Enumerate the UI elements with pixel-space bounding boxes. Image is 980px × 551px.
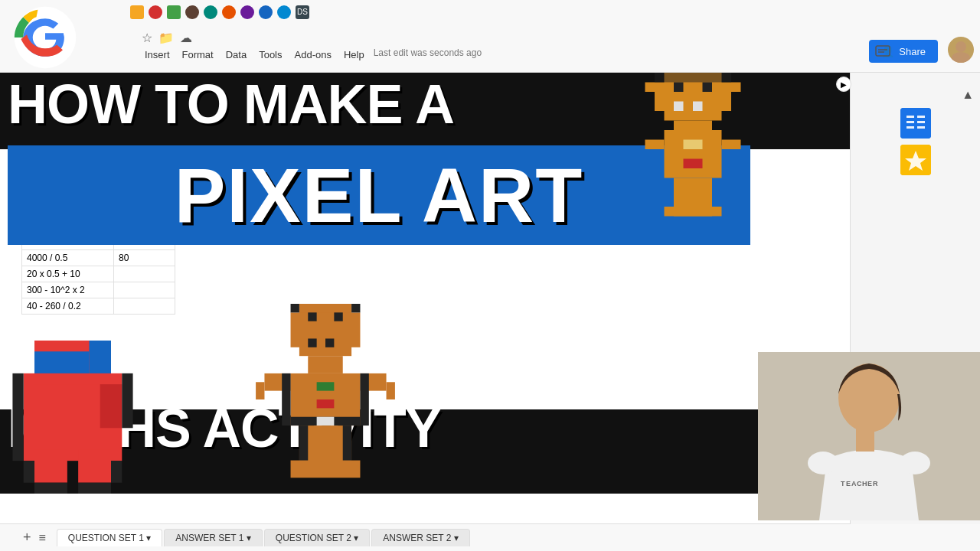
sheets-icon-svg: [900, 108, 931, 139]
svg-rect-58: [655, 73, 731, 83]
thumbnail-overlay: HOW TO MAKE A PIXEL ART MATHS ACTIVITY: [0, 73, 850, 524]
menu-addons[interactable]: Add-ons: [292, 47, 335, 62]
svg-rect-69: [111, 461, 122, 483]
ext-icon-6: [222, 5, 236, 19]
svg-rect-71: [78, 483, 111, 494]
webcam-overlay: T E A C H E R: [758, 352, 980, 520]
google-logo: [11, 4, 103, 65]
svg-rect-43: [703, 83, 713, 93]
svg-rect-18: [308, 312, 316, 321]
svg-text:T: T: [841, 480, 845, 487]
svg-rect-16: [291, 304, 299, 312]
cloud-icon[interactable]: ☁: [180, 31, 192, 45]
svg-point-0: [956, 41, 966, 52]
sheet-menu-button[interactable]: ≡: [39, 531, 46, 545]
svg-rect-22: [308, 356, 342, 373]
title-line2: PIXEL ART: [175, 152, 584, 240]
sheet-tab-question-set-2[interactable]: QUESTION SET 2 ▾: [264, 529, 370, 546]
svg-rect-24: [317, 382, 335, 390]
ext-icon-7: [240, 5, 254, 19]
svg-rect-21: [325, 338, 334, 347]
extension-icons: DS: [130, 0, 309, 21]
ext-icon-9: [277, 5, 291, 19]
svg-rect-34: [291, 461, 325, 478]
svg-rect-57: [693, 207, 722, 217]
sheet-tab-answer-set-2[interactable]: ANSWER SET 2 ▾: [371, 529, 469, 546]
svg-rect-37: [360, 373, 368, 425]
svg-rect-56: [665, 207, 694, 217]
svg-rect-44: [674, 102, 684, 112]
blue-banner: PIXEL ART: [8, 145, 750, 245]
menu-format[interactable]: Format: [179, 47, 217, 62]
svg-text:H: H: [862, 480, 867, 487]
ext-icon-5: [204, 5, 217, 19]
menu-bar: Insert Format Data Tools Add-ons Help La…: [142, 47, 482, 62]
svg-rect-25: [317, 399, 335, 408]
sheets-icon[interactable]: [900, 108, 931, 139]
ext-icon-2: [149, 5, 162, 19]
svg-rect-38: [299, 425, 308, 460]
sheet-tab-question-set-1[interactable]: QUESTION SET 1 ▾: [57, 529, 162, 546]
menu-tools[interactable]: Tools: [256, 47, 285, 62]
keep-icon[interactable]: [900, 145, 931, 175]
svg-rect-35: [325, 461, 360, 478]
browser-bar: DS ☆ 📁 ☁ Insert Format Data Tools Add-on…: [0, 0, 980, 73]
svg-text:E: E: [846, 480, 851, 487]
svg-rect-42: [674, 83, 684, 93]
last-edit-label: Last edit was seconds ago: [374, 47, 482, 62]
add-sheet-button[interactable]: +: [23, 530, 31, 546]
gingerbread-center: [230, 304, 421, 495]
presenter-svg: T E A C H E R: [758, 352, 980, 520]
menu-data[interactable]: Data: [223, 47, 250, 62]
title-line1: HOW TO MAKE A: [8, 77, 454, 132]
presenter-video: T E A C H E R: [758, 352, 980, 520]
svg-text:A: A: [851, 480, 857, 487]
svg-text:C: C: [857, 480, 862, 487]
svg-rect-64: [34, 450, 67, 483]
svg-rect-29: [256, 382, 264, 399]
collapse-panel-button[interactable]: ▶: [836, 77, 851, 92]
svg-rect-45: [693, 102, 703, 112]
gingerbread-right: [643, 73, 743, 226]
keep-icon-svg: [900, 145, 931, 175]
svg-rect-47: [731, 83, 741, 93]
svg-point-75: [900, 452, 930, 474]
comment-icon: [874, 44, 891, 61]
svg-rect-9: [917, 121, 925, 123]
svg-rect-66: [12, 373, 23, 461]
ext-icon-ds: DS: [296, 5, 309, 19]
menu-insert[interactable]: Insert: [142, 47, 173, 62]
svg-rect-36: [282, 373, 290, 425]
comment-button[interactable]: [870, 40, 896, 66]
svg-rect-46: [645, 83, 655, 93]
svg-rect-48: [674, 121, 712, 131]
svg-rect-61: [34, 351, 89, 373]
folder-icon[interactable]: 📁: [158, 31, 174, 45]
ext-icon-8: [259, 5, 273, 19]
svg-rect-50: [684, 140, 703, 150]
svg-rect-11: [917, 126, 925, 129]
svg-rect-20: [308, 338, 316, 347]
svg-rect-63: [100, 384, 122, 428]
svg-rect-49: [665, 130, 722, 178]
google-g-logo: [11, 4, 79, 71]
svg-rect-5: [900, 108, 931, 139]
svg-text:R: R: [873, 480, 878, 487]
sheet-tab-answer-set-1[interactable]: ANSWER SET 1 ▾: [164, 529, 262, 546]
ext-icon-3: [167, 5, 181, 19]
svg-rect-17: [351, 304, 360, 312]
sheet-tabs: + ≡ QUESTION SET 1 ▾ ANSWER SET 1 ▾ QUES…: [0, 523, 980, 551]
gingerbread-right-svg: [643, 73, 743, 226]
svg-text:E: E: [867, 480, 872, 487]
menu-help[interactable]: Help: [341, 47, 368, 62]
star-icon[interactable]: ☆: [142, 31, 152, 45]
svg-rect-52: [645, 140, 665, 150]
svg-point-74: [808, 452, 838, 474]
toolbar-area: ☆ 📁 ☁: [142, 31, 192, 45]
among-us-character: [11, 341, 134, 494]
svg-rect-62: [89, 341, 111, 373]
svg-rect-83: [856, 429, 874, 452]
svg-rect-10: [906, 126, 914, 129]
user-avatar[interactable]: [948, 37, 974, 63]
gingerbread-center-svg: [230, 304, 421, 495]
